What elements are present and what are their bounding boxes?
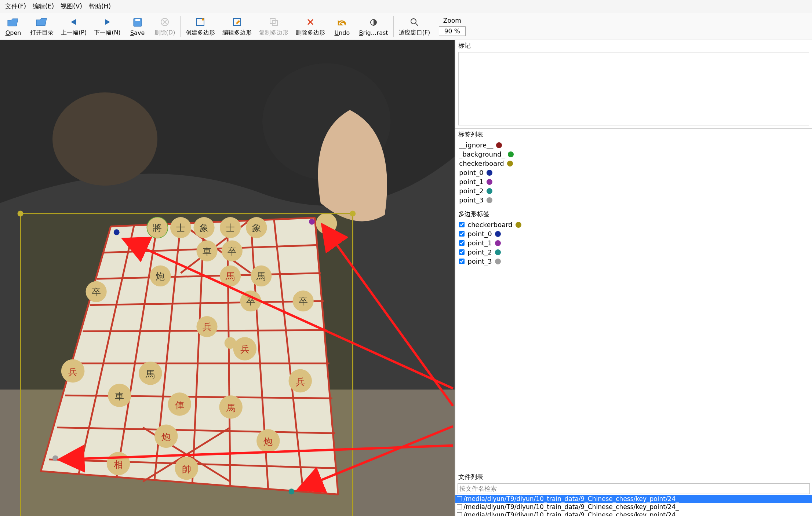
prev-button[interactable]: 上一幅(P)	[57, 13, 90, 40]
label-name: point_2	[459, 187, 483, 195]
svg-point-97	[52, 455, 58, 461]
polygon-edit-icon	[232, 17, 242, 28]
color-dot-icon	[508, 151, 514, 157]
poly-label-item[interactable]: point_0	[458, 230, 809, 238]
file-item[interactable]: /media/diyun/T9/diyun/10_train_data/9_Ch…	[455, 511, 812, 516]
svg-point-95	[309, 219, 315, 225]
brightness-contrast-button[interactable]: Brig…rast	[355, 13, 392, 40]
color-dot-icon	[487, 170, 492, 176]
label-item[interactable]: point_0	[458, 168, 809, 177]
poly-labels-panel: 多边形标签 checkerboardpoint_0point_1point_2p…	[455, 208, 812, 471]
label-name: checkerboard	[459, 160, 504, 167]
open-dir-button[interactable]: 打开目录	[26, 13, 57, 40]
fit-label: 适应窗口(F)	[399, 29, 430, 37]
zoom-widget: Zoom 90 %	[434, 13, 470, 40]
poly-label-name: point_3	[467, 257, 492, 265]
label-name: point_0	[459, 169, 483, 176]
poly-label-item[interactable]: point_1	[458, 239, 809, 247]
poly-checkbox[interactable]	[459, 249, 465, 255]
file-item[interactable]: /media/diyun/T9/diyun/10_train_data/9_Ch…	[455, 503, 812, 511]
svg-point-94	[114, 229, 120, 235]
color-dot-icon	[495, 240, 501, 246]
edit-poly-label: 编辑多边形	[222, 29, 252, 37]
poly-checkbox[interactable]	[459, 222, 465, 227]
save-button[interactable]: Save	[124, 13, 151, 40]
canvas-area[interactable]: 將 士 象 士 象 車 卒 炮 馬 馬 卒 卒 卒 兵 兵 兵 馬 兵 車	[0, 40, 455, 516]
create-poly-label: 创建多边形	[186, 29, 215, 37]
separator	[393, 16, 394, 37]
menu-file[interactable]: 文件(F)	[3, 1, 28, 11]
poly-checkbox[interactable]	[459, 240, 465, 246]
floppy-icon	[133, 17, 142, 28]
undo-icon	[337, 17, 347, 28]
menu-help[interactable]: 帮助(H)	[87, 1, 113, 11]
poly-label-name: checkerboard	[467, 221, 513, 228]
file-checkbox[interactable]	[457, 504, 462, 509]
svg-rect-89	[21, 213, 353, 516]
undo-button[interactable]: Undo	[329, 13, 355, 40]
zoom-label: Zoom	[443, 17, 461, 24]
poly-checkbox[interactable]	[459, 231, 465, 237]
edit-poly-button[interactable]: 编辑多边形	[219, 13, 255, 40]
label-list-panel: 标签列表 __ignore___background_checkerboardp…	[455, 129, 812, 208]
svg-point-90	[18, 211, 23, 217]
poly-label-item[interactable]: point_3	[458, 257, 809, 266]
delete-icon	[160, 17, 169, 28]
label-item[interactable]: point_3	[458, 196, 809, 204]
color-dot-icon	[496, 142, 502, 148]
create-poly-button[interactable]: 创建多边形	[182, 13, 219, 40]
poly-checkbox[interactable]	[459, 259, 465, 264]
label-item[interactable]: point_1	[458, 178, 809, 186]
label-name: point_1	[459, 178, 483, 186]
delete-label: 删除(D)	[154, 29, 175, 37]
menu-edit[interactable]: 编辑(E)	[30, 1, 56, 11]
right-panel: 标记 标签列表 __ignore___background_checkerboa…	[455, 40, 812, 516]
label-name: __ignore__	[459, 141, 493, 149]
file-path: /media/diyun/T9/diyun/10_train_data/9_Ch…	[463, 511, 678, 516]
label-item[interactable]: point_2	[458, 187, 809, 195]
color-dot-icon	[487, 197, 492, 203]
color-dot-icon	[487, 179, 492, 185]
file-list[interactable]: /media/diyun/T9/diyun/10_train_data/9_Ch…	[455, 495, 812, 516]
file-path: /media/diyun/T9/diyun/10_train_data/9_Ch…	[463, 495, 678, 502]
label-item[interactable]: checkerboard	[458, 159, 809, 168]
menubar: 文件(F) 编辑(E) 视图(V) 帮助(H)	[0, 0, 812, 13]
file-search-input[interactable]: 按文件名检索	[458, 483, 810, 494]
folder-icon	[36, 17, 48, 28]
color-dot-icon	[507, 161, 513, 166]
poly-label-list[interactable]: checkerboardpoint_0point_1point_2point_3	[455, 220, 812, 471]
poly-labels-title: 多边形标签	[455, 208, 812, 220]
menu-view[interactable]: 视图(V)	[58, 1, 84, 11]
fit-window-button[interactable]: 适应窗口(F)	[395, 13, 434, 40]
label-item[interactable]: __ignore__	[458, 141, 809, 149]
svg-point-9	[411, 19, 416, 24]
file-checkbox[interactable]	[457, 496, 462, 501]
color-dot-icon	[487, 188, 492, 194]
next-button[interactable]: 下一幅(N)	[90, 13, 124, 40]
file-item[interactable]: /media/diyun/T9/diyun/10_train_data/9_Ch…	[455, 495, 812, 503]
file-list-panel: 文件列表 按文件名检索 /media/diyun/T9/diyun/10_tra…	[455, 471, 812, 516]
flags-list[interactable]	[458, 52, 809, 125]
brightness-icon	[369, 17, 378, 28]
label-item[interactable]: _background_	[458, 150, 809, 158]
poly-label-name: point_1	[467, 239, 492, 247]
arrow-left-icon	[69, 17, 79, 28]
delete-poly-button[interactable]: 删除多边形	[292, 13, 329, 40]
zoom-value[interactable]: 90 %	[439, 26, 466, 36]
poly-label-item[interactable]: point_2	[458, 248, 809, 256]
polygon-create-icon	[196, 17, 205, 28]
label-list[interactable]: __ignore___background_checkerboardpoint_…	[455, 140, 812, 208]
svg-point-11	[52, 92, 157, 186]
flags-title: 标记	[455, 40, 812, 51]
delete-button: 删除(D)	[151, 13, 179, 40]
copy-icon	[269, 17, 278, 28]
copy-poly-button: 复制多边形	[255, 13, 292, 40]
open-button[interactable]: Open	[0, 13, 26, 40]
poly-label-item[interactable]: checkerboard	[458, 220, 809, 229]
svg-point-96	[288, 488, 294, 494]
file-checkbox[interactable]	[457, 512, 462, 516]
poly-label-name: point_0	[467, 230, 492, 238]
main: 將 士 象 士 象 車 卒 炮 馬 馬 卒 卒 卒 兵 兵 兵 馬 兵 車	[0, 40, 812, 516]
color-dot-icon	[495, 231, 501, 237]
flags-panel: 标记	[455, 40, 812, 129]
